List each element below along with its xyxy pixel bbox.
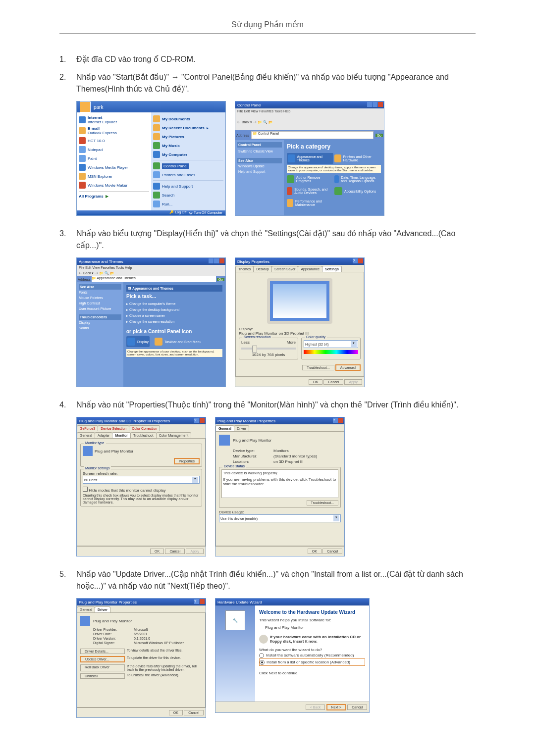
cat-datetime[interactable]: Date, Time, Language, and Regional Optio… [334,174,381,185]
properties-button[interactable]: Properties [174,458,200,464]
cat-printers[interactable]: Printers and Other Hardware [334,153,381,164]
cat-accessibility[interactable]: Accessibility Options [334,186,381,197]
color-quality-select[interactable]: Highest (32 bit)▾ [304,340,358,348]
sm-paint[interactable]: Paint [79,154,149,163]
window-buttons[interactable]: ? [194,418,205,423]
cancel-button[interactable]: Cancel [165,549,185,554]
hide-modes-checkbox[interactable] [83,487,88,492]
logoff-button[interactable]: 🔑 Log Off [169,210,186,214]
opt-list[interactable]: Install from a list or specific location… [259,658,365,666]
device-usage-select[interactable]: Use this device (enable)▾ [219,514,341,522]
sm-notepad[interactable]: Notepad [79,145,149,154]
refresh-select[interactable]: 60 Hertz▾ [83,476,200,484]
resolution-slider[interactable] [241,348,296,350]
task-res[interactable]: ▸ Change the screen resolution [126,319,222,325]
tab-general[interactable]: General [77,606,95,612]
tab-troubleshoot[interactable]: Troubleshoot [130,432,157,438]
cat-addremove[interactable]: Add or Remove Programs [287,174,333,185]
cancel-button[interactable]: Cancel [322,549,342,554]
turnoff-button[interactable]: ⏻ Turn Off Computer [189,211,222,214]
sm-pics[interactable]: My Pictures [153,132,223,141]
sm-printers[interactable]: Printers and Faxes [153,170,223,179]
tab-driver[interactable]: Driver [234,425,249,431]
tab-driver[interactable]: Driver [95,606,110,612]
ok-button[interactable]: OK [308,549,321,554]
tab-monitor[interactable]: Monitor [112,432,131,438]
cat-sounds[interactable]: Sounds, Speech, and Audio Devices [287,186,333,197]
cp-menu[interactable]: File Edit View Favorites Tools Help [235,108,384,119]
ok-button[interactable]: OK [150,549,164,554]
tab-colorcorr[interactable]: Color Correction [129,425,160,431]
advanced-button[interactable]: Advanced [335,364,361,371]
sm-recent[interactable]: My Recent Documents ▸ [153,123,223,132]
at-menu[interactable]: File Edit View Favorites Tools Help [77,265,225,270]
sm-internet[interactable]: InternetInternet Explorer [79,114,149,125]
cat-appearance[interactable]: Appearance and Themes [287,153,333,164]
troubleshoot-button[interactable]: Troubleshoot... [307,500,338,505]
taskbar[interactable]: start [77,214,225,216]
cp-icon-taskbar[interactable]: Taskbar and Start Menu [155,336,201,347]
back-button[interactable]: < Back [306,705,325,710]
cp-icon-display[interactable]: Display [126,336,150,347]
cat-performance[interactable]: Performance and Maintenance [287,198,333,208]
tab-devsel[interactable]: Device Selection [98,425,129,431]
task-theme[interactable]: ▸ Change the computer's theme [126,301,222,307]
apply-button[interactable]: Apply [344,379,362,385]
sm-msn[interactable]: MSN Explorer [79,172,149,181]
window-buttons[interactable]: ? [353,258,363,263]
sm-search[interactable]: Search [153,191,223,200]
sm-wmm[interactable]: Windows Movie Maker [79,181,149,190]
sm-wmp[interactable]: Windows Media Player [79,163,149,172]
sm-docs[interactable]: My Documents [153,114,223,123]
driver-details-button[interactable]: Driver Details... [80,649,125,654]
at-userpic[interactable]: User Account Picture [79,306,121,311]
address-bar[interactable]: 📁 Control Panel [251,131,374,139]
apply-button[interactable]: Apply [186,549,204,554]
cancel-button[interactable]: Cancel [323,379,343,385]
tab-appearance[interactable]: Appearance [298,266,322,272]
cp-toolbar[interactable]: 🡠 Back ▾ 🡢 📁 🔍 📂 [235,119,384,130]
at-ts-sound[interactable]: Sound [79,325,121,331]
rollback-button[interactable]: Roll Back Driver [80,664,125,671]
sm-help[interactable]: Help and Support [153,182,223,191]
sm-music[interactable]: My Music [153,141,223,150]
at-contrast[interactable]: High Contrast [79,301,121,306]
at-mouse[interactable]: Mouse Pointers [79,295,121,301]
see-also-help[interactable]: Help and Support [237,169,282,174]
tab-general[interactable]: General [77,432,95,438]
uninstall-button[interactable]: Uninstall [80,673,125,679]
window-buttons[interactable] [209,258,224,263]
window-buttons[interactable]: ? [194,599,205,604]
opt-auto[interactable]: Install the software automatically (Reco… [259,652,365,658]
sm-computer[interactable]: My Computer [153,150,223,159]
at-address[interactable]: 📁 Appearance and Themes [92,276,216,282]
tab-settings[interactable]: Settings [322,266,342,272]
window-buttons[interactable]: ? [333,418,343,423]
sm-run[interactable]: Run... [153,200,223,208]
tab-screensaver[interactable]: Screen Saver [271,266,298,272]
update-driver-button[interactable]: Update Driver... [80,656,125,662]
at-fonts[interactable]: Fonts [79,290,121,295]
ok-button[interactable]: OK [169,710,183,715]
ok-button[interactable]: OK [309,379,322,385]
tab-adapter[interactable]: Adapter [95,432,113,438]
tab-desktop[interactable]: Desktop [253,266,272,272]
next-button[interactable]: Next > [326,704,346,710]
troubleshoot-button[interactable]: Troubleshoot... [302,365,334,370]
window-buttons[interactable] [367,102,383,107]
at-go-button[interactable]: Go [217,278,224,281]
sm-email[interactable]: E-mailOutlook Express [79,125,149,136]
tab-colormgmt[interactable]: Color Management [156,432,192,438]
at-ts-display[interactable]: Display [79,320,121,325]
sm-controlpanel[interactable]: Control Panel [153,161,223,170]
sm-hct[interactable]: HCT 10.0 [79,136,149,145]
see-also-wu[interactable]: Windows Update [237,163,282,169]
go-button[interactable]: Go [375,134,383,137]
tab-general[interactable]: General [215,425,234,431]
sm-all-programs[interactable]: All Programs ▶ [79,193,149,200]
task-bg[interactable]: ▸ Change the desktop background [126,307,222,313]
cancel-button[interactable]: Cancel [347,705,367,710]
tab-geforce[interactable]: GeForce3 [77,425,98,431]
cancel-button[interactable]: Cancel [184,710,204,715]
tab-themes[interactable]: Themes [235,266,254,272]
